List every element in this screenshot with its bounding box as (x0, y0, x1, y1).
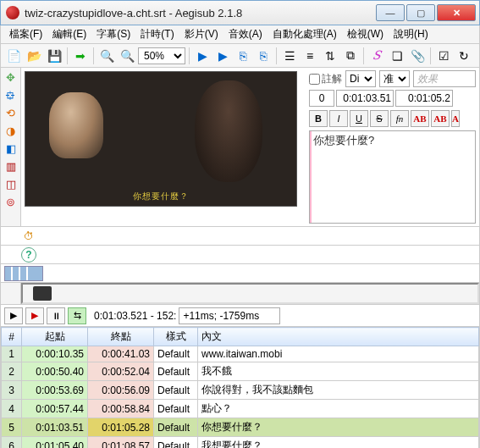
title-bar: twiz-crazystupidlove-a.cht.srt - Aegisub… (0, 0, 480, 25)
window-title: twiz-crazystupidlove-a.cht.srt - Aegisub… (25, 7, 376, 19)
menu-timing[interactable]: 計時(T) (135, 25, 179, 43)
video-subtitle-overlay: 你想要什麼？ (25, 191, 296, 202)
settings-icon[interactable]: ☑ (434, 47, 453, 65)
select-visible-icon[interactable]: ☰ (280, 47, 299, 65)
close-button[interactable]: ✕ (437, 4, 476, 21)
underline-button[interactable]: U (350, 110, 368, 127)
menu-file[interactable]: 檔案(F) (4, 25, 47, 43)
menu-help[interactable]: 說明(H) (389, 25, 433, 43)
timecode-label: 0:01:03.521 - 152: (94, 310, 176, 322)
rotate-z-icon[interactable]: ⟲ (3, 105, 19, 120)
help-icon[interactable]: ? (21, 247, 36, 263)
vector-clip-icon[interactable]: ◫ (3, 176, 19, 191)
attachment-icon[interactable]: 📎 (408, 47, 427, 65)
sort-icon[interactable]: ⇅ (321, 47, 339, 65)
color2-button[interactable]: AB (431, 110, 450, 127)
translation-assistant-icon[interactable]: ❏ (388, 47, 406, 65)
drag-icon[interactable]: ⯐ (3, 87, 19, 102)
zoom-in-icon[interactable]: 🔍 (97, 47, 116, 65)
col-end[interactable]: 終點 (88, 328, 154, 346)
snap-start-icon[interactable]: ⎘ (234, 47, 252, 65)
bold-button[interactable]: B (309, 110, 328, 127)
video-jump-start-icon[interactable]: ▶ (193, 47, 212, 65)
menu-edit[interactable]: 編輯(E) (47, 25, 91, 43)
audio-vol-row (0, 264, 480, 283)
play-line-button[interactable]: ▶ (25, 307, 44, 324)
snap-end-icon[interactable]: ⎘ (254, 47, 273, 65)
font-button[interactable]: fn (390, 110, 409, 127)
app-icon (6, 6, 19, 19)
shift-times-icon[interactable]: ≡ (301, 47, 319, 65)
table-row[interactable]: 50:01:03.510:01:05.28Default你想要什麼？ (2, 418, 479, 437)
table-row[interactable]: 20:00:50.400:00:52.04Default我不餓 (2, 362, 479, 381)
strike-button[interactable]: S (370, 110, 389, 127)
audio-bars-icon[interactable] (4, 266, 43, 281)
subtitle-text-input[interactable] (309, 130, 476, 224)
menu-video[interactable]: 影片(V) (179, 25, 223, 43)
seek-slider[interactable] (21, 283, 479, 304)
clip-icon[interactable]: ▥ (3, 158, 19, 174)
toggle-autoscroll-button[interactable]: ⇆ (68, 307, 86, 324)
video-preview[interactable]: 你想要什麼？ (25, 71, 297, 207)
color1-button[interactable]: AB (411, 110, 429, 127)
menu-subtitles[interactable]: 字幕(S) (91, 25, 135, 43)
menu-audio[interactable]: 音效(A) (223, 25, 268, 43)
style-manager-icon[interactable]: ⧉ (341, 47, 360, 65)
cycle-icon[interactable]: ↻ (455, 47, 473, 65)
minimize-button[interactable]: — (376, 4, 405, 21)
table-row[interactable]: 60:01:05.400:01:08.57Default我想要什麼？ (2, 437, 479, 449)
zoom-select[interactable]: 50% (138, 47, 185, 64)
realtime-icon[interactable]: ⊚ (3, 194, 19, 209)
table-row[interactable]: 10:00:10.350:00:41.03Defaultwww.itaiwan.… (2, 346, 479, 362)
style-select[interactable]: 准 (379, 70, 410, 87)
new-icon[interactable]: 📄 (4, 47, 23, 65)
col-num[interactable]: # (2, 328, 22, 346)
video-side-toolbar: ✥ ⯐ ⟲ ◑ ◧ ▥ ◫ ⊚ (1, 68, 21, 226)
menu-view[interactable]: 檢視(W) (342, 25, 389, 43)
actor-select[interactable]: Di (345, 70, 376, 87)
effect-field[interactable]: 效果 (413, 70, 476, 87)
main-toolbar: 📄 📂 💾 ➡ 🔍 🔍 50% ▶ ▶ ⎘ ⎘ ☰ ≡ ⇅ ⧉ 𝑆 ❏ 📎 ☑ … (0, 44, 480, 68)
pause-button[interactable]: ⏸ (47, 307, 65, 324)
subtitle-grid[interactable]: # 起點 終點 樣式 內文 10:00:10.350:00:41.03Defau… (0, 327, 480, 448)
zoom-out-icon[interactable]: 🔍 (118, 47, 136, 65)
playback-bar: ▶ ▶ ⏸ ⇆ 0:01:03.521 - 152: +11ms; -1759m… (0, 305, 480, 327)
save-icon[interactable]: 💾 (45, 47, 63, 65)
stopwatch-icon[interactable]: ⏱ (21, 229, 36, 244)
comment-checkbox[interactable]: 註解 (309, 72, 342, 86)
scale-icon[interactable]: ◧ (3, 141, 19, 156)
styling-assistant-icon[interactable]: 𝑆 (367, 47, 386, 65)
color3-button[interactable]: A (451, 110, 460, 127)
col-style[interactable]: 樣式 (154, 328, 198, 346)
open-icon[interactable]: 📂 (25, 47, 43, 65)
col-start[interactable]: 起點 (22, 328, 88, 346)
jump-icon[interactable]: ➡ (71, 47, 90, 65)
menu-automation[interactable]: 自動化處理(A) (268, 25, 342, 43)
italic-button[interactable]: I (329, 110, 348, 127)
layer-field[interactable] (309, 90, 334, 107)
table-row[interactable]: 40:00:57.440:00:58.84Default點心？ (2, 400, 479, 418)
menu-bar: 檔案(F) 編輯(E) 字幕(S) 計時(T) 影片(V) 音效(A) 自動化處… (0, 25, 480, 44)
subtitle-edit-panel: 註解 Di 准 效果 B I U S fn AB AB A (306, 68, 479, 226)
crosshair-icon[interactable]: ✥ (3, 69, 19, 85)
end-time-field[interactable] (395, 90, 453, 107)
video-jump-end-icon[interactable]: ▶ (213, 47, 232, 65)
play-button[interactable]: ▶ (4, 307, 23, 324)
start-time-field[interactable] (336, 90, 394, 107)
rotate-xy-icon[interactable]: ◑ (3, 123, 19, 138)
maximize-button[interactable]: ▢ (406, 4, 435, 21)
table-row[interactable]: 30:00:53.690:00:56.09Default你說得對，我不該點麵包 (2, 381, 479, 400)
shift-display: +11ms; -1759ms (179, 307, 280, 324)
col-text[interactable]: 內文 (198, 328, 479, 346)
